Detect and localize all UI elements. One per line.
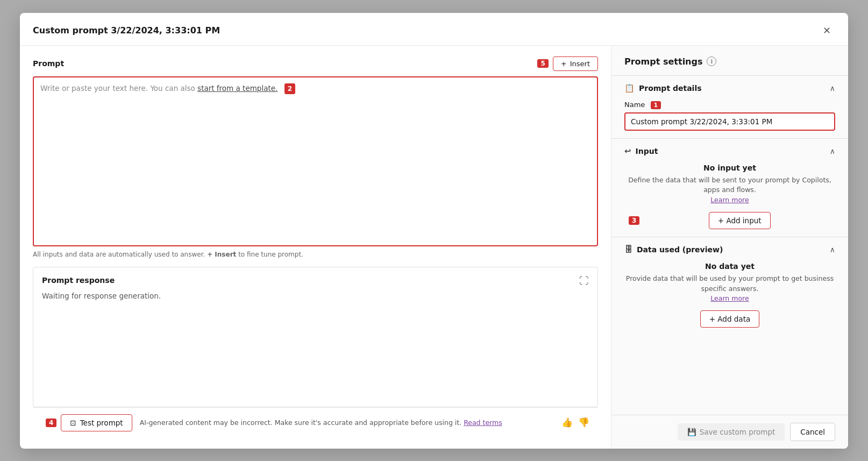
data-used-section: 🗄 Data used (preview) ∧ No data yet Prov… — [611, 237, 848, 335]
save-icon: 💾 — [687, 428, 696, 436]
right-panel-footer: 💾 Save custom prompt Cancel — [611, 415, 848, 449]
no-data-title: No data yet — [624, 262, 835, 271]
modal-body: Prompt 5 + Insert Write or paste your te… — [20, 46, 848, 449]
add-data-button[interactable]: + Add data — [700, 310, 759, 328]
data-used-chevron-icon: ∧ — [830, 245, 835, 254]
add-input-label: + Add input — [718, 216, 762, 225]
thumbs-down-button[interactable]: 👎 — [578, 417, 589, 428]
data-used-label: Data used (preview) — [637, 245, 723, 254]
prompt-details-section: 📋 Prompt details ∧ Name 1 — [611, 75, 848, 138]
data-used-icon: 🗄 — [624, 245, 632, 254]
close-icon: ✕ — [823, 25, 831, 36]
info-icon[interactable]: i — [707, 56, 716, 66]
annotation-badge-4: 4 — [46, 419, 56, 427]
test-prompt-label: Test prompt — [80, 419, 123, 427]
cancel-button[interactable]: Cancel — [790, 423, 835, 441]
close-button[interactable]: ✕ — [819, 23, 835, 39]
response-section-label: Prompt response — [42, 276, 115, 285]
data-used-header[interactable]: 🗄 Data used (preview) ∧ — [624, 245, 835, 254]
prompt-section-label: Prompt — [33, 59, 64, 68]
name-input[interactable] — [624, 112, 835, 131]
feedback-icons: 👍 👎 — [561, 417, 589, 428]
modal-container: Custom prompt 3/22/2024, 3:33:01 PM ✕ Pr… — [20, 13, 848, 449]
ai-disclaimer: AI-generated content may be incorrect. M… — [140, 419, 554, 427]
modal-header: Custom prompt 3/22/2024, 3:33:01 PM ✕ — [20, 13, 848, 46]
bottom-bar: 4 ⊡ Test prompt AI-generated content may… — [33, 407, 598, 438]
no-data-desc: Provide data that will be used by your p… — [624, 274, 835, 304]
input-section-header[interactable]: ↩ Input ∧ — [624, 146, 835, 156]
annotation-badge-2: 2 — [284, 83, 295, 94]
prompt-details-header[interactable]: 📋 Prompt details ∧ — [624, 83, 835, 93]
insert-plus-icon: + — [561, 60, 567, 68]
data-learn-more-link[interactable]: Learn more — [710, 294, 749, 302]
prompt-footer-note: All inputs and data are automatically us… — [33, 251, 598, 258]
name-field-label: Name 1 — [624, 101, 835, 109]
prompt-details-content: Name 1 — [624, 101, 835, 131]
save-label: Save custom prompt — [700, 428, 775, 436]
input-icon: ↩ — [624, 146, 631, 156]
annotation-badge-5: 5 — [537, 59, 548, 68]
start-from-template-link[interactable]: start from a template. — [197, 84, 278, 93]
expand-icon[interactable]: ⛶ — [579, 275, 589, 286]
modal-title: Custom prompt 3/22/2024, 3:33:01 PM — [33, 25, 220, 36]
prompt-details-chevron-icon: ∧ — [830, 84, 835, 93]
input-section: ↩ Input ∧ No input yet Define the data t… — [611, 138, 848, 237]
prompt-textarea[interactable]: Write or paste your text here. You can a… — [33, 76, 598, 246]
prompt-placeholder: Write or paste your text here. You can a… — [40, 83, 590, 94]
no-input-desc: Define the data that will be sent to you… — [624, 175, 835, 205]
annotation-badge-1: 1 — [651, 101, 661, 109]
annotation-badge-3: 3 — [629, 216, 639, 225]
insert-label: Insert — [570, 60, 590, 68]
insert-button[interactable]: + Insert — [553, 56, 598, 71]
response-section: Prompt response ⛶ Waiting for response g… — [33, 267, 598, 407]
test-icon: ⊡ — [70, 419, 76, 427]
response-header: Prompt response ⛶ — [42, 275, 589, 286]
input-chevron-icon: ∧ — [830, 147, 835, 155]
right-panel-header: Prompt settings i — [611, 46, 848, 75]
left-panel: Prompt 5 + Insert Write or paste your te… — [20, 46, 611, 449]
prompt-section: Prompt 5 + Insert Write or paste your te… — [33, 56, 598, 258]
thumbs-up-button[interactable]: 👍 — [561, 417, 573, 428]
data-used-content: No data yet Provide data that will be us… — [624, 262, 835, 328]
prompt-details-icon: 📋 — [624, 83, 635, 93]
right-panel: Prompt settings i 📋 Prompt details ∧ — [611, 46, 848, 449]
prompt-details-label: Prompt details — [639, 84, 702, 93]
add-input-button[interactable]: + Add input — [709, 212, 771, 229]
prompt-settings-title: Prompt settings — [624, 56, 702, 67]
no-input-title: No input yet — [624, 164, 835, 172]
prompt-section-header: Prompt 5 + Insert — [33, 56, 598, 71]
read-terms-link[interactable]: Read terms — [464, 419, 502, 427]
test-prompt-button[interactable]: ⊡ Test prompt — [61, 414, 132, 431]
input-section-content: No input yet Define the data that will b… — [624, 164, 835, 229]
save-custom-prompt-button[interactable]: 💾 Save custom prompt — [678, 423, 785, 441]
add-data-label: + Add data — [709, 315, 750, 323]
input-learn-more-link[interactable]: Learn more — [710, 196, 749, 204]
response-text: Waiting for response generation. — [42, 292, 589, 399]
input-section-label: Input — [636, 147, 658, 155]
